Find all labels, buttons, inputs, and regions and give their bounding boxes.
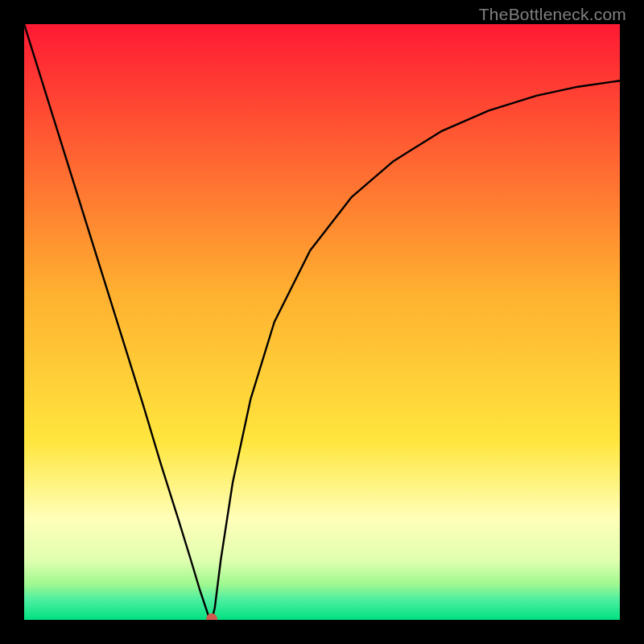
watermark-text: TheBottleneck.com (479, 5, 626, 24)
bottleneck-curve (24, 24, 620, 620)
optimal-point-marker (206, 613, 217, 620)
plot-area (24, 24, 620, 620)
chart-frame: TheBottleneck.com (0, 0, 644, 644)
